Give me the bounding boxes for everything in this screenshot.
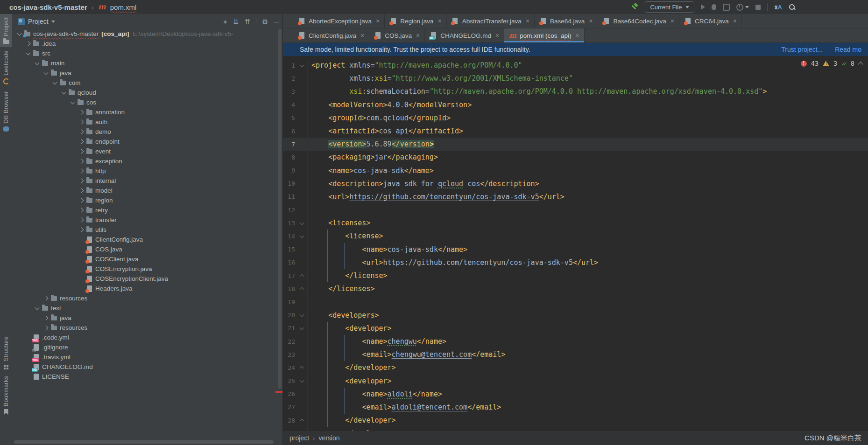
chevron-right-icon[interactable] xyxy=(78,179,85,182)
code-line-12[interactable]: 12 xyxy=(283,203,868,216)
run-configuration-select[interactable]: Current File xyxy=(645,1,694,13)
tree-item--gitignore[interactable]: .gitignore xyxy=(12,342,282,352)
tree-item-headers-java[interactable]: Headers.java xyxy=(12,284,282,293)
code-line-13[interactable]: 13 <licenses> xyxy=(283,216,868,229)
profiler-group[interactable] xyxy=(736,4,749,11)
tree-item-cosencryptionclient-java[interactable]: COSEncryptionClient.java xyxy=(12,274,282,284)
run-icon[interactable] xyxy=(701,4,705,10)
tree-item-java[interactable]: java xyxy=(12,68,282,78)
tree-item-internal[interactable]: internal xyxy=(12,176,282,186)
tree-item-utils[interactable]: utils xyxy=(12,225,282,235)
fold-region-start-icon[interactable] xyxy=(296,380,307,382)
translate-icon[interactable]: x̄A xyxy=(774,4,782,11)
editor-tab-clientconfig-java[interactable]: ClientConfig.java× xyxy=(293,28,369,42)
debug-icon[interactable] xyxy=(712,4,716,10)
tree-item-cosencryption-java[interactable]: COSEncryption.java xyxy=(12,264,282,274)
project-tree-horizontal-scrollbar[interactable] xyxy=(14,440,274,444)
tree-item-license[interactable]: LICENSE xyxy=(12,372,282,380)
fold-region-end-icon[interactable] xyxy=(296,418,307,423)
close-tab-icon[interactable]: × xyxy=(360,32,364,39)
tree-item-retry[interactable]: retry xyxy=(12,205,282,215)
tree-item-cosclient-java[interactable]: COSClient.java xyxy=(12,254,282,264)
chevron-right-icon[interactable] xyxy=(78,228,85,231)
stop-icon[interactable] xyxy=(755,5,761,10)
code-line-23[interactable]: 23 <email>chengwu@tencent.com</email> xyxy=(283,348,868,361)
editor-tab-pom-xml-cos-api-[interactable]: mpom.xml (cos_api)× xyxy=(504,28,584,42)
collapse-all-icon[interactable]: ⇈ xyxy=(244,18,250,25)
chevron-right-icon[interactable] xyxy=(78,169,85,173)
fold-region-start-icon[interactable] xyxy=(296,314,307,316)
tree-item-exception[interactable]: exception xyxy=(12,156,282,166)
code-line-27[interactable]: 27 <email>aldoli@tencent.com</email> xyxy=(283,401,868,414)
code-line-29[interactable]: 29 <developer> xyxy=(283,427,868,431)
close-tab-icon[interactable]: × xyxy=(526,18,529,24)
chevron-right-icon[interactable] xyxy=(78,218,85,222)
tree-item-root[interactable]: cos-java-sdk-v5-master[cos_api]E:\system… xyxy=(12,29,282,39)
close-tab-icon[interactable]: × xyxy=(589,18,593,24)
tree-item--travis-yml[interactable]: YML.travis.yml xyxy=(12,352,282,362)
fold-region-start-icon[interactable] xyxy=(296,327,307,329)
code-line-14[interactable]: 14 <license> xyxy=(283,229,868,243)
chevron-right-icon[interactable] xyxy=(78,130,85,133)
chevron-up-icon[interactable] xyxy=(858,62,863,67)
editor-tab-cos-java[interactable]: COS.java× xyxy=(369,28,425,42)
code-line-22[interactable]: 22 <name>chengwu</name> xyxy=(283,335,868,348)
tree-item-changelog-md[interactable]: MDCHANGELOG.md xyxy=(12,362,282,372)
chevron-right-icon[interactable] xyxy=(78,209,85,212)
chevron-down-icon[interactable] xyxy=(34,307,41,309)
code-line-9[interactable]: 9 <name>cos-java-sdk</name> xyxy=(283,164,868,177)
chevron-down-icon[interactable] xyxy=(34,63,41,64)
close-tab-icon[interactable]: × xyxy=(438,18,442,24)
tree-item--code-yml[interactable]: YML.code.yml xyxy=(12,333,282,342)
code-line-10[interactable]: 10 <description>java sdk for qcloud cos<… xyxy=(283,177,868,190)
tree-item-event[interactable]: event xyxy=(12,146,282,156)
close-tab-icon[interactable]: × xyxy=(670,18,674,24)
chevron-right-icon[interactable] xyxy=(42,297,49,300)
editor-tab-abstracttransfer-java[interactable]: AbstractTransfer.java× xyxy=(447,14,535,28)
tree-item-auth[interactable]: auth xyxy=(12,117,282,127)
breadcrumb-tag-version[interactable]: version xyxy=(318,434,339,442)
code-line-4[interactable]: 4 <modelVersion>4.0.0</modelVersion> xyxy=(283,98,868,111)
code-line-7[interactable]: 7 <version>5.6.89</version> xyxy=(283,138,868,151)
code-line-1[interactable]: 1<project xmlns="http://maven.apache.org… xyxy=(283,59,868,72)
code-line-3[interactable]: 3 xsi:schemaLocation="http://maven.apach… xyxy=(283,85,868,98)
code-line-17[interactable]: 17 </license> xyxy=(283,269,868,282)
editor-tab-abortedexception-java[interactable]: AbortedException.java× xyxy=(293,14,385,28)
chevron-down-icon[interactable] xyxy=(51,82,58,84)
chevron-right-icon[interactable] xyxy=(42,326,49,329)
chevron-down-icon[interactable] xyxy=(16,33,23,35)
breadcrumb-project[interactable]: cos-java-sdk-v5-master xyxy=(9,3,87,11)
project-tree-vertical-scrollbar[interactable] xyxy=(278,29,282,389)
stripe-item-project[interactable]: Project xyxy=(0,14,12,47)
tree-item-java[interactable]: java xyxy=(12,313,282,323)
code-line-26[interactable]: 26 <name>aldoli</name> xyxy=(283,388,868,401)
stripe-item-bookmarks[interactable]: Bookmarks xyxy=(0,373,12,418)
chevron-right-icon[interactable] xyxy=(78,199,85,202)
fold-region-end-icon[interactable] xyxy=(296,274,307,278)
build-hammer-icon[interactable] xyxy=(631,3,638,11)
tree-item-cos[interactable]: cos xyxy=(12,97,282,107)
hide-panel-icon[interactable]: ─ xyxy=(274,18,279,25)
project-panel-title[interactable]: Project xyxy=(28,18,49,25)
fold-region-start-icon[interactable] xyxy=(296,235,307,237)
close-tab-icon[interactable]: × xyxy=(376,18,380,24)
code-line-5[interactable]: 5 <groupId>com.qcloud</groupId> xyxy=(283,111,868,125)
chevron-right-icon[interactable] xyxy=(25,42,32,45)
chevron-right-icon[interactable] xyxy=(78,140,85,143)
close-tab-icon[interactable]: × xyxy=(733,18,737,24)
code-line-18[interactable]: 18 </licenses> xyxy=(283,282,868,295)
code-line-21[interactable]: 21 <developer> xyxy=(283,322,868,335)
code-line-25[interactable]: 25 <developer> xyxy=(283,375,868,388)
tree-item-main[interactable]: main xyxy=(12,58,282,68)
close-tab-icon[interactable]: × xyxy=(416,32,420,39)
code-line-24[interactable]: 24 </developer> xyxy=(283,361,868,374)
expand-all-icon[interactable]: ⇊ xyxy=(233,18,239,25)
tree-item-clientconfig-java[interactable]: ClientConfig.java xyxy=(12,235,282,244)
code-line-6[interactable]: 6 <artifactId>cos_api</artifactId> xyxy=(283,125,868,138)
tree-item-endpoint[interactable]: endpoint xyxy=(12,137,282,146)
code-line-11[interactable]: 11 <url>https://github.com/tencentyun/co… xyxy=(283,190,868,203)
inspections-widget[interactable]: ! 43 3 ✓✓ 8 xyxy=(801,60,862,67)
tree-item--idea[interactable]: .idea xyxy=(12,39,282,49)
editor-tab-crc64-java[interactable]: CRC64.java× xyxy=(679,14,742,28)
fold-region-start-icon[interactable] xyxy=(296,222,307,224)
